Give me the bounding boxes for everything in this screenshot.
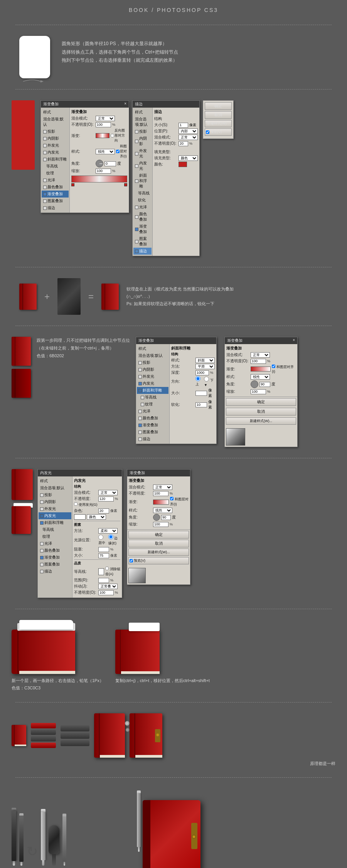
ig-opacity-input[interactable] (98, 496, 114, 502)
style-item-bevel[interactable]: 斜面和浮雕 (42, 156, 69, 163)
checkbox-satin[interactable] (43, 179, 47, 182)
stroke-texture[interactable]: 软化 (133, 197, 152, 204)
ig-cb7[interactable] (40, 549, 44, 552)
bevel-soften-input[interactable] (195, 402, 207, 407)
ig-cb3[interactable] (40, 507, 44, 511)
style-item-texture[interactable]: 纹理 (42, 170, 69, 177)
bv-cb11[interactable] (138, 431, 142, 434)
sh-opacity-input[interactable] (251, 359, 266, 364)
ig-range-input[interactable] (98, 578, 109, 583)
ig-bevel-item[interactable]: 斜面和浮雕 (39, 519, 71, 526)
style-item-style[interactable]: 样式 (42, 109, 69, 116)
ig-cb9[interactable] (40, 563, 44, 566)
sh-blend-select[interactable]: 正常 (251, 352, 270, 358)
bevel-depth-input[interactable] (195, 370, 209, 375)
preview-checkbox[interactable] (206, 130, 209, 134)
stroke-contour[interactable]: 等高线 (133, 190, 152, 197)
sp5-preview[interactable]: 预览(V) (128, 557, 189, 564)
checkbox-drop-shadow[interactable] (43, 130, 47, 133)
ig-choke-input[interactable] (98, 547, 109, 552)
ig-blend-mode-sel[interactable]: 正常叠加 (98, 584, 118, 589)
stroke-inner-shadow[interactable]: 内阴影 (133, 135, 152, 147)
bevel-style-select[interactable]: 斜面 (195, 358, 215, 363)
ig-cb4[interactable] (40, 514, 44, 518)
stroke-fill-type-select[interactable]: 颜色 (179, 155, 198, 161)
ig-drop[interactable]: 投影 (39, 491, 71, 498)
checkbox-pattern-overlay[interactable] (43, 199, 47, 203)
bv-cb3[interactable] (138, 375, 142, 378)
gradient-preview-bar[interactable] (96, 133, 109, 138)
gradient-stop-left[interactable] (71, 183, 74, 186)
stroke-satin2[interactable]: 光泽 (133, 204, 152, 211)
style-item-inner-glow[interactable]: 内发光 (42, 149, 69, 156)
ig-glow-source[interactable]: 颜色 (87, 514, 106, 520)
s-cb2[interactable] (135, 140, 138, 143)
ig-blend[interactable]: 混合选项:默认 (39, 485, 71, 491)
bevel-size-input[interactable] (195, 391, 207, 396)
ig-cb10[interactable] (40, 570, 44, 573)
style-item-satin[interactable]: 光泽 (42, 177, 69, 184)
sp5-angle-input[interactable] (161, 515, 171, 520)
stroke-outer-glow[interactable]: 外发光 (133, 147, 152, 160)
stroke-style-item[interactable]: 样式 (133, 109, 152, 116)
sp5-grad-bar[interactable] (153, 500, 169, 505)
s-cb3[interactable] (135, 152, 138, 155)
ig-contour-item[interactable]: 等高线 (39, 526, 71, 533)
bv-contour[interactable]: 等高线 (137, 394, 168, 401)
cancel-button[interactable]: 取消 (205, 111, 232, 119)
s-cb5[interactable] (135, 179, 138, 183)
reverse-checkbox[interactable] (111, 134, 114, 137)
bv-cb2[interactable] (138, 368, 142, 372)
ig-size2-input[interactable] (98, 553, 109, 558)
sp5-style-sel[interactable]: 线性 (153, 508, 172, 513)
shading-cancel[interactable]: 取消 (226, 408, 296, 415)
bv-cb8[interactable] (138, 410, 142, 413)
ig-glow-checkbox[interactable] (74, 502, 77, 506)
bv-cb7[interactable] (141, 403, 144, 406)
sp5-align-check[interactable] (170, 497, 174, 500)
sh-angle-input[interactable] (259, 382, 270, 387)
ig-opacity2-input[interactable] (98, 590, 114, 595)
bv-stroke[interactable]: 描边 (137, 436, 168, 442)
sp5-dial[interactable] (153, 514, 160, 521)
checkbox-inner-shadow[interactable] (43, 137, 47, 140)
scale-input[interactable] (96, 169, 111, 174)
bv-outer[interactable]: 外发光 (137, 373, 168, 380)
bevel-down-radio[interactable] (204, 377, 209, 382)
bv-cb6[interactable] (141, 396, 144, 399)
ig-color-swatch[interactable] (74, 514, 86, 520)
ig-inner-sh[interactable]: 内阴影 (39, 498, 71, 505)
bv-cb5[interactable] (138, 389, 142, 392)
bv-cb1[interactable] (138, 361, 142, 365)
ig-satin-item[interactable]: 光泽 (39, 540, 71, 547)
bv-style[interactable]: 样式 (137, 345, 168, 352)
ig-edge-radio[interactable] (108, 534, 113, 539)
angle-input[interactable] (104, 161, 116, 166)
sp5-cancel[interactable]: 取消 (128, 540, 189, 547)
style-item-contour[interactable]: 等高线 (42, 163, 69, 170)
stroke-pattern-ov[interactable]: 图案叠加 (133, 235, 152, 248)
s-cb10[interactable] (135, 250, 138, 253)
s-cb7[interactable] (135, 215, 138, 219)
checkbox-stroke[interactable] (43, 206, 47, 210)
bv-inner[interactable]: 内阴影 (137, 366, 168, 373)
style-item-stroke[interactable]: 描边 (42, 204, 69, 211)
s-cb4[interactable] (135, 164, 138, 168)
bv-satin[interactable]: 光泽 (137, 408, 168, 415)
stroke-grad-ov[interactable]: 渐变叠加 (133, 223, 152, 235)
sh-scale-input[interactable] (251, 389, 266, 394)
ig-cb5[interactable] (40, 521, 44, 525)
bv-bevel[interactable]: 斜面和浮雕 (137, 387, 168, 394)
bv-blend[interactable]: 混合选项:默认 (137, 352, 168, 359)
style-item-color-overlay[interactable]: 颜色叠加 (42, 184, 69, 191)
checkbox-inner-glow[interactable] (43, 151, 47, 154)
stroke-bevel[interactable]: 斜面和浮雕 (133, 172, 152, 190)
sh-style-select[interactable]: 线性 (251, 374, 270, 380)
ig-stroke-item[interactable]: 描边 (39, 568, 71, 575)
blend-mode-select[interactable]: 正常 (96, 116, 115, 121)
style-item-inner-shadow[interactable]: 内阴影 (42, 135, 69, 142)
sh-angle-dial[interactable] (251, 380, 258, 388)
stroke-drop-shadow[interactable]: 投影 (133, 128, 152, 135)
stroke-inner-glow[interactable]: 内发光 (133, 160, 152, 172)
bv-inner2[interactable]: 内发光 (137, 380, 168, 387)
